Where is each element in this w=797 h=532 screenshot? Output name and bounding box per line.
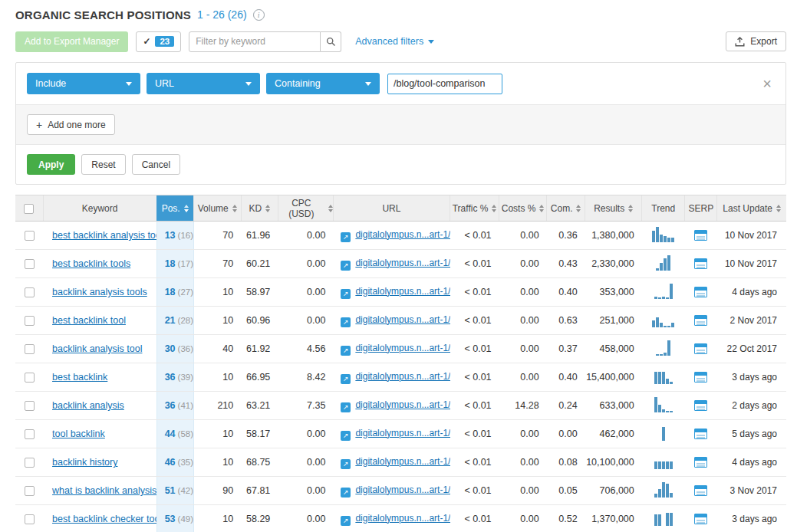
external-link-icon[interactable]: ↗ <box>341 431 351 441</box>
serp-icon[interactable] <box>694 485 707 496</box>
keyword-link[interactable]: best backlink tools <box>52 258 130 269</box>
column-header-pos[interactable]: Pos. <box>156 195 193 222</box>
row-checkbox[interactable] <box>25 458 35 468</box>
row-checkbox[interactable] <box>25 316 35 326</box>
external-link-icon[interactable]: ↗ <box>341 516 351 526</box>
row-checkbox[interactable] <box>25 259 35 269</box>
serp-icon[interactable] <box>694 514 707 524</box>
serp-cell <box>685 420 717 448</box>
row-checkbox[interactable] <box>25 344 35 354</box>
serp-icon[interactable] <box>694 400 707 411</box>
export-button[interactable]: Export <box>726 31 786 51</box>
column-header-kd[interactable]: KD <box>241 195 278 222</box>
row-checkbox[interactable] <box>25 287 35 297</box>
keyword-filter-input[interactable] <box>189 31 321 52</box>
serp-icon[interactable] <box>694 230 707 241</box>
sort-icon[interactable] <box>232 205 237 212</box>
keyword-link[interactable]: backlink analysis tools <box>52 287 147 297</box>
keyword-link[interactable]: backlink analysis tool <box>52 343 142 354</box>
row-checkbox[interactable] <box>25 373 35 383</box>
row-checkbox[interactable] <box>25 401 35 411</box>
close-icon[interactable]: × <box>759 76 775 91</box>
url-link[interactable]: digitalolympus.n...art-1/ <box>355 229 450 240</box>
keyword-link[interactable]: best backlink checker tool <box>52 514 156 524</box>
serp-icon[interactable] <box>694 287 707 297</box>
include-dropdown[interactable]: Include <box>27 73 140 94</box>
sort-icon[interactable] <box>492 205 496 212</box>
last_update-value: 5 days ago <box>732 429 777 439</box>
url-link[interactable]: digitalolympus.n...art-1/ <box>355 286 450 297</box>
reset-button[interactable]: Reset <box>81 154 125 175</box>
row-checkbox[interactable] <box>25 486 35 496</box>
cancel-button[interactable]: Cancel <box>132 154 180 175</box>
sort-icon[interactable] <box>776 205 781 212</box>
keyword-link[interactable]: what is backlink analysis <box>52 485 156 496</box>
url-link[interactable]: digitalolympus.n...art-1/ <box>355 428 450 438</box>
row-checkbox[interactable] <box>25 231 35 241</box>
select-all-checkbox[interactable] <box>24 204 34 214</box>
external-link-icon[interactable]: ↗ <box>341 488 351 498</box>
sort-icon[interactable] <box>184 205 189 212</box>
serp-icon[interactable] <box>694 258 707 269</box>
url-link[interactable]: digitalolympus.n...art-1/ <box>355 456 450 467</box>
sort-icon[interactable] <box>539 205 544 212</box>
keyword-link[interactable]: backlink history <box>52 457 117 468</box>
column-header-last_update[interactable]: Last Update <box>717 195 786 222</box>
serp-icon[interactable] <box>694 343 707 354</box>
url-link[interactable]: digitalolympus.n...art-1/ <box>355 314 450 325</box>
external-link-icon[interactable]: ↗ <box>341 374 351 384</box>
operator-dropdown[interactable]: Containing <box>266 73 380 94</box>
add-one-more-button[interactable]: + Add one more <box>27 114 115 135</box>
keyword-link[interactable]: tool backlink <box>52 429 105 439</box>
external-link-icon[interactable]: ↗ <box>341 459 351 469</box>
url-link[interactable]: digitalolympus.n...art-1/ <box>355 484 450 495</box>
serp-icon[interactable] <box>694 457 707 468</box>
last_update-value: 4 days ago <box>732 287 777 297</box>
external-link-icon[interactable]: ↗ <box>341 261 351 271</box>
com-cell: 0.52 <box>547 505 585 532</box>
column-header-costs[interactable]: Costs % <box>499 195 547 222</box>
column-header-results[interactable]: Results <box>585 195 642 222</box>
info-icon[interactable]: i <box>253 9 265 21</box>
column-header-volume[interactable]: Volume <box>193 195 241 222</box>
field-dropdown[interactable]: URL <box>147 73 260 94</box>
select-cell <box>15 307 43 335</box>
row-checkbox[interactable] <box>25 429 35 439</box>
costs-cell: 0.00 <box>499 477 547 505</box>
traffic-cell: < 0.01 <box>450 250 499 278</box>
row-checkbox[interactable] <box>25 514 35 524</box>
column-header-com[interactable]: Com. <box>547 195 585 222</box>
url-link[interactable]: digitalolympus.n...art-1/ <box>355 399 450 410</box>
advanced-filters-link[interactable]: Advanced filters <box>355 36 434 47</box>
serp-icon[interactable] <box>694 429 707 439</box>
external-link-icon[interactable]: ↗ <box>341 346 351 356</box>
volume-value: 90 <box>222 485 233 496</box>
apply-button[interactable]: Apply <box>27 154 75 175</box>
external-link-icon[interactable]: ↗ <box>341 402 351 412</box>
external-link-icon[interactable]: ↗ <box>341 289 351 299</box>
url-link[interactable]: digitalolympus.n...art-1/ <box>355 343 450 353</box>
url-link[interactable]: digitalolympus.n...art-1/ <box>355 513 450 524</box>
serp-icon[interactable] <box>694 372 707 383</box>
external-link-icon[interactable]: ↗ <box>341 232 351 242</box>
add-to-export-manager-button[interactable]: Add to Export Manager <box>15 31 128 52</box>
column-header-cpc[interactable]: CPC (USD) <box>278 195 333 222</box>
keyword-link[interactable]: best backlink tool <box>52 315 126 326</box>
sort-icon[interactable] <box>576 205 581 212</box>
keyword-link[interactable]: best backlink analysis tool <box>52 230 156 241</box>
column-header-traffic[interactable]: Traffic % <box>450 195 499 222</box>
trend-bar <box>666 297 669 299</box>
selected-count-button[interactable]: ✓ 23 <box>136 31 181 52</box>
external-link-icon[interactable]: ↗ <box>341 317 351 327</box>
url-link[interactable]: digitalolympus.n...art-1/ <box>355 258 450 268</box>
sort-icon[interactable] <box>628 205 633 212</box>
sort-icon[interactable] <box>328 205 333 212</box>
keyword-link[interactable]: best backlink <box>52 372 107 383</box>
volume-value: 10 <box>222 429 233 439</box>
search-button[interactable] <box>321 31 341 52</box>
url-link[interactable]: digitalolympus.n...art-1/ <box>355 371 450 382</box>
keyword-link[interactable]: backlink analysis <box>52 400 124 411</box>
sort-icon[interactable] <box>265 205 270 212</box>
serp-icon[interactable] <box>694 315 707 326</box>
filter-value-input[interactable] <box>387 74 502 94</box>
